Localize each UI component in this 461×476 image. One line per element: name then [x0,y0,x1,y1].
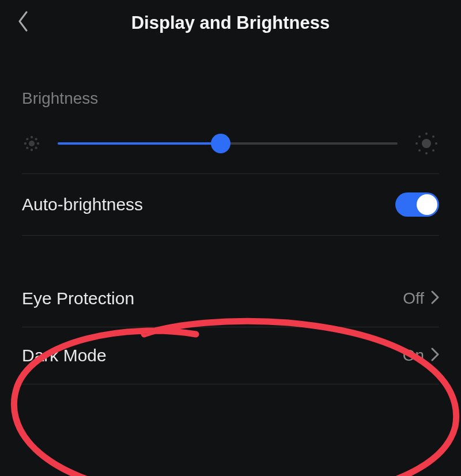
svg-point-2 [31,149,33,151]
dark-mode-value: On [403,346,424,365]
brightness-slider-thumb[interactable] [211,134,231,153]
brightness-high-icon [414,131,439,156]
dark-mode-label: Dark Mode [22,346,107,365]
chevron-right-icon [431,290,439,307]
eye-protection-label: Eye Protection [22,289,134,308]
brightness-slider-row [22,125,439,174]
back-button[interactable] [17,11,29,35]
page-title: Display and Brightness [131,13,330,33]
svg-point-14 [418,135,421,138]
svg-point-7 [27,147,28,149]
dark-mode-right: On [403,346,439,365]
options-section: Eye Protection Off Dark Mode On [0,270,461,384]
svg-point-4 [37,143,39,145]
svg-point-0 [29,141,35,146]
auto-brightness-label: Auto-brightness [22,195,143,214]
auto-brightness-toggle[interactable] [395,192,439,217]
svg-point-10 [425,133,428,135]
section-gap [0,236,461,270]
svg-point-16 [418,149,421,152]
svg-point-13 [435,142,437,145]
svg-point-9 [422,139,431,148]
back-icon [17,11,29,32]
toggle-knob [417,194,437,215]
eye-protection-right: Off [403,289,439,308]
brightness-section: Brightness [0,89,461,236]
chevron-right-icon [431,347,439,364]
auto-brightness-row[interactable]: Auto-brightness [22,174,439,236]
brightness-slider[interactable] [58,142,398,145]
svg-point-5 [27,138,28,140]
svg-point-8 [35,147,37,149]
brightness-low-icon [22,134,41,153]
brightness-section-label: Brightness [22,89,439,108]
svg-point-1 [31,137,33,138]
eye-protection-value: Off [403,289,424,308]
brightness-slider-fill [58,142,221,145]
svg-point-17 [432,149,434,152]
eye-protection-row[interactable]: Eye Protection Off [22,270,439,327]
svg-point-12 [415,142,418,145]
svg-point-11 [425,152,428,154]
svg-point-15 [432,135,434,138]
svg-point-6 [35,138,37,140]
header: Display and Brightness [0,0,461,46]
dark-mode-row[interactable]: Dark Mode On [22,327,439,384]
svg-point-3 [25,143,27,145]
